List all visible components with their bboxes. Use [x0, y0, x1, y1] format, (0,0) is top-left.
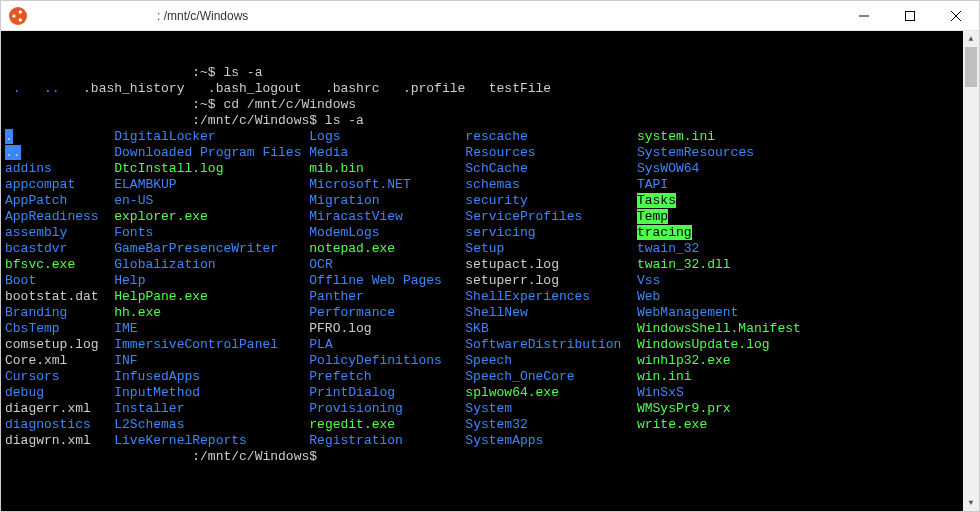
ls-entry: Speech_OneCore	[465, 369, 574, 384]
pad	[278, 241, 309, 256]
pad	[216, 257, 310, 272]
pad	[528, 305, 637, 320]
pad	[67, 305, 114, 320]
ls-item: ..	[44, 81, 83, 96]
ls-entry: Speech	[465, 353, 512, 368]
ls-entry: debug	[5, 385, 44, 400]
terminal-line: :/mnt/c/Windows$	[5, 449, 975, 465]
pad	[364, 289, 465, 304]
ls-entry: splwow64.exe	[465, 385, 559, 400]
terminal-line: bfsvc.exe Globalization OCR setupact.log…	[5, 257, 975, 273]
ls-entry: MiracastView	[309, 209, 403, 224]
terminal-line: . .. .bash_history .bash_logout .bashrc …	[5, 81, 975, 97]
pad	[621, 337, 637, 352]
terminal-line: AppPatch en-US Migration security Tasks	[5, 193, 975, 209]
terminal-line: Boot Help Offline Web Pages setuperr.log…	[5, 273, 975, 289]
pad	[403, 401, 465, 416]
ls-entry: SoftwareDistribution	[465, 337, 621, 352]
scroll-down-icon[interactable]: ▼	[963, 495, 979, 511]
ls-entry: schemas	[465, 177, 520, 192]
pad	[75, 177, 114, 192]
close-icon	[951, 11, 961, 21]
ls-entry: .	[5, 129, 13, 144]
terminal-body[interactable]: :~$ ls -a . .. .bash_history .bash_logou…	[1, 31, 979, 511]
svg-point-1	[19, 10, 22, 13]
terminal-line: comsetup.log ImmersiveControlPanel PLA S…	[5, 337, 975, 353]
ls-entry: PLA	[309, 337, 332, 352]
pad	[333, 337, 466, 352]
terminal-line: Cursors InfusedApps Prefetch Speech_OneC…	[5, 369, 975, 385]
terminal-line: AppReadiness explorer.exe MiracastView S…	[5, 209, 975, 225]
ls-entry: notepad.exe	[309, 241, 395, 256]
pad	[60, 321, 115, 336]
ls-item: .bash_logout	[208, 81, 325, 96]
pad	[590, 289, 637, 304]
indent	[5, 113, 192, 128]
ls-item: .	[5, 81, 44, 96]
ls-entry: PolicyDefinitions	[309, 353, 442, 368]
scroll-up-icon[interactable]: ▲	[963, 31, 979, 47]
ls-entry: comsetup.log	[5, 337, 99, 352]
pad	[348, 145, 465, 160]
titlebar[interactable]: : /mnt/c/Windows	[1, 1, 979, 31]
terminal-line: diagwrn.xml LiveKernelReports Registrati…	[5, 433, 975, 449]
ls-entry: PFRO.log	[309, 321, 371, 336]
ls-entry: OCR	[309, 257, 332, 272]
ls-entry: explorer.exe	[114, 209, 208, 224]
terminal-line: bcastdvr GameBarPresenceWriter notepad.e…	[5, 241, 975, 257]
minimize-button[interactable]	[841, 1, 887, 31]
ls-entry: bcastdvr	[5, 241, 67, 256]
ls-entry: Boot	[5, 273, 36, 288]
command-text: cd /mnt/c/Windows	[223, 97, 356, 112]
pad	[442, 353, 465, 368]
ls-entry: Media	[309, 145, 348, 160]
ls-entry: rescache	[465, 129, 527, 144]
pad	[411, 177, 466, 192]
ls-entry: L2Schemas	[114, 417, 184, 432]
ls-entry: InfusedApps	[114, 369, 200, 384]
ls-entry: twain_32	[637, 241, 699, 256]
ls-entry: WindowsUpdate.log	[637, 337, 770, 352]
ls-entry: setuperr.log	[465, 273, 559, 288]
ls-item: .bashrc	[325, 81, 403, 96]
close-button[interactable]	[933, 1, 979, 31]
svg-point-2	[19, 18, 22, 22]
pad	[177, 177, 310, 192]
ls-entry: setupact.log	[465, 257, 559, 272]
ls-entry: AppReadiness	[5, 209, 99, 224]
ls-entry: write.exe	[637, 417, 707, 432]
pad	[21, 145, 115, 160]
pad	[395, 241, 465, 256]
pad	[528, 129, 637, 144]
terminal-line: debug InputMethod PrintDialog splwow64.e…	[5, 385, 975, 401]
pad	[528, 417, 637, 432]
terminal-line: assembly Fonts ModemLogs servicing traci…	[5, 225, 975, 241]
pad	[153, 225, 309, 240]
pad	[333, 257, 466, 272]
pad	[91, 401, 114, 416]
scrollbar[interactable]: ▲ ▼	[963, 31, 979, 511]
ls-entry: Performance	[309, 305, 395, 320]
pad	[395, 417, 465, 432]
pad	[36, 273, 114, 288]
ls-entry: Migration	[309, 193, 379, 208]
scrollbar-thumb[interactable]	[965, 47, 977, 87]
pad	[559, 385, 637, 400]
pad	[582, 209, 637, 224]
pad	[52, 161, 114, 176]
ls-entry: SKB	[465, 321, 488, 336]
ls-entry: WMSysPr9.prx	[637, 401, 731, 416]
ls-entry: Registration	[309, 433, 403, 448]
pad	[145, 273, 309, 288]
pad	[184, 401, 309, 416]
ls-entry: SystemApps	[465, 433, 543, 448]
pad	[67, 193, 114, 208]
ls-entry: assembly	[5, 225, 67, 240]
ls-entry: win.ini	[637, 369, 692, 384]
maximize-button[interactable]	[887, 1, 933, 31]
ls-entry: Provisioning	[309, 401, 403, 416]
command-text: ls -a	[325, 113, 364, 128]
pad	[208, 209, 309, 224]
pad	[184, 417, 309, 432]
pad	[138, 321, 310, 336]
